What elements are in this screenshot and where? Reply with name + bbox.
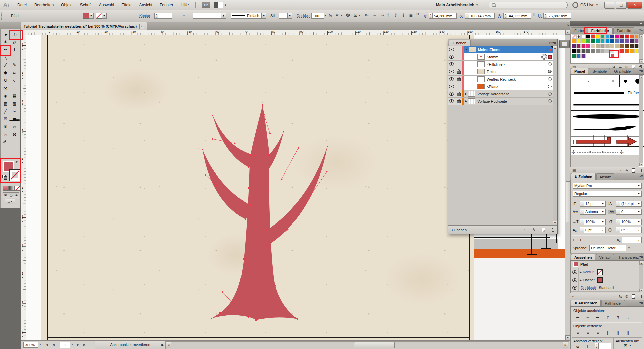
swatch[interactable] xyxy=(620,34,624,39)
fill-dropdown[interactable]: ▼ xyxy=(89,13,94,19)
swatch[interactable] xyxy=(586,49,590,53)
remove-brush-stroke-icon[interactable]: × xyxy=(620,168,622,172)
spacing-value-field[interactable] xyxy=(598,343,611,349)
tab-appearance-2[interactable]: Transparenz xyxy=(615,254,642,260)
layer-thumbnail[interactable]: Ψ xyxy=(477,54,485,60)
swatch-registration[interactable]: ⊕ xyxy=(576,34,581,39)
swatch[interactable] xyxy=(572,44,576,48)
swatch[interactable] xyxy=(572,54,576,58)
horizontal-scale-field[interactable]: 100%▼ xyxy=(584,219,606,225)
y-label[interactable]: y: xyxy=(460,14,463,18)
swatch[interactable] xyxy=(630,44,634,48)
swatch[interactable] xyxy=(576,39,581,43)
mesh-tool[interactable]: ▨ xyxy=(1,100,10,107)
scroll-up-icon[interactable]: ▲ xyxy=(639,261,643,265)
brush-options-icon[interactable]: ≋ xyxy=(625,168,628,173)
new-stroke-icon[interactable]: ▪ xyxy=(572,294,574,298)
swatch[interactable] xyxy=(634,49,639,53)
swatch[interactable] xyxy=(625,34,629,39)
swatch[interactable] xyxy=(576,44,581,48)
vertical-scrollbar[interactable]: ▲ ▼ xyxy=(565,30,570,340)
distribute-object-5[interactable]: ∥ xyxy=(624,329,632,336)
layer-main[interactable]: <Pfad> xyxy=(464,83,553,90)
align-horizontal-icons[interactable]: ⇤ ⇔ ⇥ xyxy=(365,13,386,18)
distribute-object-4[interactable]: ∥ xyxy=(613,329,622,336)
document-tab[interactable]: Tutorial Tischaufsteller gestalten.ai* b… xyxy=(21,22,147,30)
artboard-number-field[interactable]: 1 xyxy=(60,342,70,348)
target-icon[interactable] xyxy=(548,70,552,73)
scroll-up-icon[interactable]: ▲ xyxy=(639,34,643,38)
swatch[interactable] xyxy=(586,39,590,43)
distribute-object-2[interactable]: ≡ xyxy=(593,329,602,336)
swatch-none[interactable] xyxy=(572,34,576,39)
swatch[interactable] xyxy=(625,49,629,53)
reference-point-icon[interactable]: ⠿ xyxy=(416,13,419,18)
eye-icon[interactable] xyxy=(449,99,454,103)
x-field[interactable]: 54,286 mm xyxy=(432,13,457,19)
lock-cell[interactable] xyxy=(455,76,462,83)
align-object-1[interactable]: ⇔ xyxy=(583,314,592,321)
language-field[interactable]: Deutsch: Refor... xyxy=(589,245,626,251)
swatch[interactable] xyxy=(572,49,576,53)
distribute-spacing-0[interactable]: ≍ xyxy=(573,344,582,349)
scroll-up-icon[interactable]: ▲ xyxy=(565,30,570,35)
visibility-cell[interactable] xyxy=(448,53,455,60)
align-object-5[interactable]: ⇣ xyxy=(624,314,632,321)
zoom-dropdown-icon[interactable]: ▼ xyxy=(39,343,41,346)
selection-tool[interactable]: ▲ xyxy=(1,30,10,38)
menu-bearbeiten[interactable]: Bearbeiten xyxy=(31,0,57,10)
scroll-down-icon[interactable]: ▼ xyxy=(639,59,643,63)
menu-effekt[interactable]: Effekt xyxy=(118,0,135,10)
vertical-ruler[interactable]: 1 1 01 2 01 3 01 4 01 5 01 6 01 7 01 8 0… xyxy=(21,35,26,340)
scale-tool[interactable]: ↔ xyxy=(10,77,19,84)
dock-collapse-bar[interactable]: ▸▸ xyxy=(570,21,644,26)
menu-objekt[interactable]: Objekt xyxy=(57,0,76,10)
isolate-dropdown[interactable]: ▼ xyxy=(358,14,361,17)
lock-icon[interactable] xyxy=(457,78,461,81)
height-field[interactable]: 75,887 mm xyxy=(547,13,571,19)
basic-brush-row[interactable]: Einfach xyxy=(571,87,644,99)
eye-icon[interactable] xyxy=(449,55,454,59)
tab-appearance-0[interactable]: Aussehen xyxy=(571,254,595,260)
perspective-grid-tool[interactable]: ▦ xyxy=(10,92,19,100)
anti-alias-field[interactable]: ▼ xyxy=(622,237,642,243)
target-icon[interactable] xyxy=(548,62,552,66)
panel-scrollbar[interactable]: ▲ ▼ xyxy=(553,46,557,225)
width-profile-dropdown[interactable]: ▼ xyxy=(221,13,226,19)
restore-button[interactable]: ▢ xyxy=(616,2,627,9)
new-brush-icon[interactable] xyxy=(632,168,635,173)
collapse-panel-icon[interactable]: ▸▸ xyxy=(549,41,552,44)
scroll-down-icon[interactable]: ▼ xyxy=(553,221,557,225)
last-artboard-icon[interactable]: ▶ xyxy=(83,343,86,346)
visibility-cell[interactable] xyxy=(448,46,455,53)
delete-layer-icon[interactable] xyxy=(551,228,555,232)
menu-fenster[interactable]: Fenster xyxy=(156,0,177,10)
make-clipping-mask-icon[interactable]: ◔ xyxy=(523,228,525,232)
swatch[interactable] xyxy=(630,34,634,39)
font-style-field[interactable]: Regular▼ xyxy=(573,191,642,197)
swatch[interactable] xyxy=(581,34,586,39)
stroke-weight-label[interactable]: Kontur: xyxy=(139,14,151,18)
swatch[interactable] xyxy=(576,49,581,53)
tab-appearance-1[interactable]: Verlauf xyxy=(596,254,614,260)
character-rotation-field[interactable]: 0°▼ xyxy=(620,227,642,233)
visibility-icon[interactable] xyxy=(572,270,577,274)
first-artboard-icon[interactable]: ◀ xyxy=(45,343,48,346)
panel-menu-icon[interactable]: ▾≣ xyxy=(639,255,643,258)
brush-definition-field[interactable]: Einfach xyxy=(231,13,262,19)
screen-mode-button[interactable]: ▢ ▾ xyxy=(5,199,15,204)
horizontal-scroll-thumb[interactable] xyxy=(354,342,395,348)
font-size-field[interactable]: 12 pt▼ xyxy=(584,201,606,207)
layer-name[interactable]: <Hilfslinie> xyxy=(487,62,505,66)
visibility-cell[interactable] xyxy=(448,83,455,90)
knife-tool[interactable]: ✐ xyxy=(3,139,12,147)
fill-color-swatch[interactable] xyxy=(83,13,89,19)
swatch[interactable] xyxy=(591,39,595,43)
swatch[interactable] xyxy=(581,44,586,48)
lock-cell[interactable] xyxy=(455,53,462,60)
hand-tool[interactable]: ☞ xyxy=(1,131,10,138)
y-field[interactable]: 166,143 mm xyxy=(469,13,495,19)
baseline-shift-field[interactable]: 0 pt▼ xyxy=(584,227,606,233)
layer-name[interactable]: <Pfad> xyxy=(487,85,498,89)
delete-brush-icon[interactable] xyxy=(639,169,642,172)
